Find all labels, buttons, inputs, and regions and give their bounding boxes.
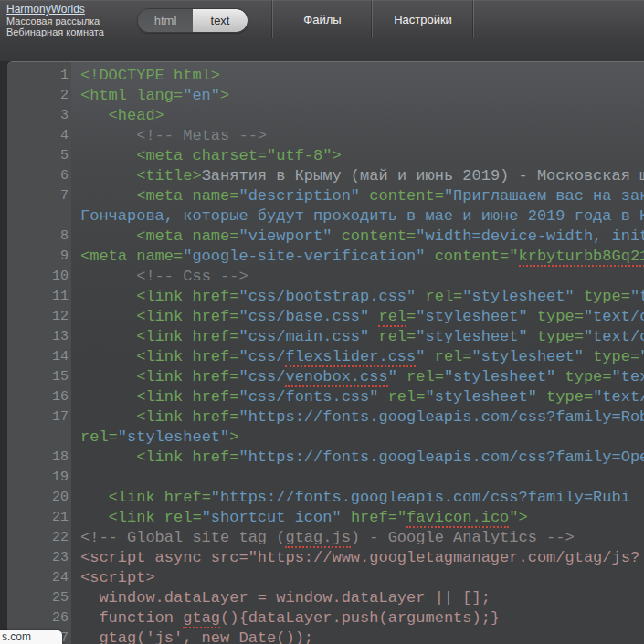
line-number: 25	[7, 588, 71, 608]
html-text-toggle: html text	[137, 8, 248, 33]
code-text	[71, 468, 80, 488]
code-line[interactable]: 2<html lang="en">	[7, 86, 644, 106]
line-number: 24	[7, 568, 71, 588]
code-text: <meta name="description" content="Пригла…	[71, 186, 644, 206]
code-text: <meta name="viewport" content="width=dev…	[71, 227, 644, 247]
code-line[interactable]: 15 <link href="css/venobox.css" rel="sty…	[7, 367, 644, 387]
code-line[interactable]: 22<!-- Global site tag (gtag.js) - Googl…	[7, 528, 644, 548]
tab-settings[interactable]: Настройки	[373, 0, 473, 38]
code-line[interactable]: 7 <meta name="description" content="Приг…	[7, 186, 644, 206]
code-text: Гончарова, которые будут проходить в мае…	[71, 206, 644, 227]
code-line[interactable]: 12 <link href="css/base.css" rel="styles…	[7, 307, 644, 327]
line-number: 15	[7, 367, 71, 387]
code-text: <link href="css/main.css" rel="styleshee…	[71, 327, 644, 347]
header-shadow-strip	[0, 38, 644, 61]
line-number: 3	[7, 106, 71, 126]
line-number: 20	[7, 488, 71, 508]
line-number	[7, 428, 71, 448]
code-line[interactable]: 6 <title>Занятия в Крыму (май и июнь 201…	[7, 166, 644, 186]
subtitle-mass-mailing: Массовая рассылка	[6, 16, 104, 26]
line-number: 10	[7, 267, 71, 287]
code-line[interactable]: 11 <link href="css/bootstrap.css" rel="s…	[7, 287, 644, 307]
code-text: <link href="css/bootstrap.css" rel="styl…	[71, 287, 644, 307]
toggle-html-button[interactable]: html	[138, 9, 193, 32]
status-tooltip: s.com	[0, 630, 62, 644]
line-number: 4	[7, 126, 71, 146]
code-text: <script>	[71, 568, 155, 588]
code-text: <head>	[71, 106, 164, 126]
line-number: 5	[7, 146, 71, 166]
line-number: 18	[7, 448, 71, 468]
code-line[interactable]: 8 <meta name="viewport" content="width=d…	[7, 227, 644, 247]
code-lines: 1<!DOCTYPE html>2<html lang="en">3 <head…	[7, 62, 644, 644]
code-text: function gtag(){dataLayer.push(arguments…	[71, 608, 500, 628]
code-line[interactable]: 14 <link href="css/flexslider.css" rel="…	[7, 347, 644, 367]
code-line[interactable]: 20 <link href="https://fonts.googleapis.…	[7, 488, 644, 508]
subtitle-webinar-room: Вебинарная комната	[6, 26, 104, 37]
code-text: window.dataLayer = window.dataLayer || […	[71, 588, 491, 608]
header-separator	[473, 0, 474, 38]
app: HarmonyWorlds Массовая рассылка Вебинарн…	[0, 0, 644, 644]
tab-files[interactable]: Файлы	[273, 0, 372, 38]
code-line[interactable]: 16 <link href="css/fonts.css" rel="style…	[7, 387, 644, 407]
code-text: <link href="https://fonts.googleapis.com…	[71, 488, 630, 508]
code-text: <link href="css/fonts.css" rel="styleshe…	[71, 387, 644, 407]
code-text: <link href="css/base.css" rel="styleshee…	[71, 307, 644, 327]
line-number: 22	[7, 528, 71, 548]
code-line[interactable]: 19	[7, 468, 644, 488]
code-text: <!-- Css -->	[71, 267, 248, 287]
code-line[interactable]: 27 gtag('js', new Date());	[7, 628, 644, 644]
line-number: 19	[7, 468, 71, 488]
code-text: <meta name="google-site-verification" co…	[71, 247, 644, 267]
code-line[interactable]: 26 function gtag(){dataLayer.push(argume…	[7, 608, 644, 628]
code-line[interactable]: Гончарова, которые будут проходить в мае…	[7, 206, 644, 227]
code-line[interactable]: 13 <link href="css/main.css" rel="styles…	[7, 327, 644, 347]
line-number: 14	[7, 347, 71, 367]
brand-link[interactable]: HarmonyWorlds	[6, 3, 104, 16]
line-number: 2	[7, 86, 71, 106]
code-line[interactable]: 4 <!-- Metas -->	[7, 126, 644, 146]
code-line[interactable]: 21 <link rel="shortcut icon" href="favic…	[7, 508, 644, 528]
code-line[interactable]: 23<script async src="https://www.googlet…	[7, 548, 644, 568]
code-text: <!-- Global site tag (gtag.js) - Google …	[71, 528, 575, 548]
code-text: <script async src="https://www.googletag…	[71, 548, 639, 568]
line-number: 21	[7, 508, 71, 528]
code-text: gtag('js', new Date());	[71, 628, 313, 644]
line-number: 12	[7, 307, 71, 327]
line-number: 26	[7, 608, 71, 628]
line-number: 11	[7, 287, 71, 307]
code-line[interactable]: 3 <head>	[7, 106, 644, 126]
code-text: <title>Занятия в Крыму (май и июнь 2019)…	[71, 166, 644, 186]
line-number: 8	[7, 227, 71, 247]
code-line[interactable]: 17 <link href="https://fonts.googleapis.…	[7, 407, 644, 428]
code-line[interactable]: 1<!DOCTYPE html>	[7, 66, 644, 86]
code-text: <link href="https://fonts.googleapis.com…	[71, 448, 644, 468]
code-text: <!DOCTYPE html>	[71, 66, 220, 86]
code-text: <meta charset="utf-8">	[71, 146, 342, 166]
toggle-text-button[interactable]: text	[193, 9, 248, 32]
code-line[interactable]: 24<script>	[7, 568, 644, 588]
code-editor[interactable]: 1<!DOCTYPE html>2<html lang="en">3 <head…	[7, 61, 644, 644]
code-line[interactable]: rel="stylesheet">	[7, 428, 644, 448]
code-text: <html lang="en">	[71, 86, 229, 106]
code-text: <!-- Metas -->	[71, 126, 267, 146]
code-text: rel="stylesheet">	[71, 428, 238, 448]
line-number: 9	[7, 247, 71, 267]
code-line[interactable]: 25 window.dataLayer = window.dataLayer |…	[7, 588, 644, 608]
code-text: <link href="css/venobox.css" rel="styles…	[71, 367, 644, 387]
code-line[interactable]: 10 <!-- Css -->	[7, 267, 644, 287]
code-line[interactable]: 18 <link href="https://fonts.googleapis.…	[7, 448, 644, 468]
line-number: 13	[7, 327, 71, 347]
brand-block: HarmonyWorlds Массовая рассылка Вебинарн…	[6, 3, 104, 37]
line-number: 23	[7, 548, 71, 568]
line-number	[7, 206, 71, 227]
line-number: 6	[7, 166, 71, 186]
code-line[interactable]: 9<meta name="google-site-verification" c…	[7, 247, 644, 267]
code-text: <link href="https://fonts.googleapis.com…	[71, 407, 644, 428]
line-number: 17	[7, 407, 71, 428]
code-line[interactable]: 5 <meta charset="utf-8">	[7, 146, 644, 166]
line-number: 7	[7, 186, 71, 206]
code-text: <link href="css/flexslider.css" rel="sty…	[71, 347, 644, 367]
line-number: 1	[7, 66, 71, 86]
line-number: 16	[7, 387, 71, 407]
